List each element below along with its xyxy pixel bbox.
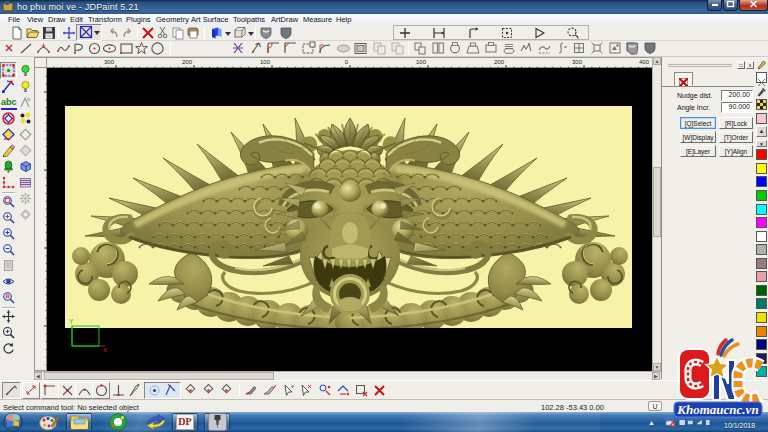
svg-text:x: x (103, 346, 107, 352)
svg-text:Y: Y (69, 318, 74, 326)
svg-text:Khomaucnc.vn: Khomaucnc.vn (676, 402, 758, 417)
